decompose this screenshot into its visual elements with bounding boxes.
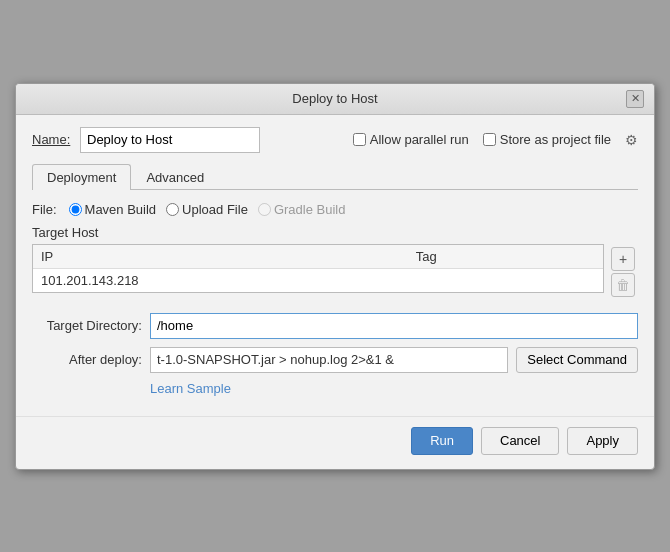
tab-advanced[interactable]: Advanced: [131, 164, 219, 190]
cancel-button[interactable]: Cancel: [481, 427, 559, 455]
upload-file-label: Upload File: [182, 202, 248, 217]
dialog-content: Name: Allow parallel run Store as projec…: [16, 115, 654, 408]
after-deploy-row: After deploy: Select Command: [32, 347, 638, 373]
store-project-checkbox-item[interactable]: Store as project file: [483, 132, 611, 147]
table-inner: IP Tag 101.201.143.218: [33, 245, 603, 292]
name-label: Name:: [32, 132, 72, 147]
allow-parallel-run-checkbox[interactable]: [353, 133, 366, 146]
checkbox-group: Allow parallel run Store as project file…: [353, 132, 638, 148]
learn-sample-link[interactable]: Learn Sample: [150, 381, 638, 396]
upload-file-radio[interactable]: [166, 203, 179, 216]
maven-build-option[interactable]: Maven Build: [69, 202, 157, 217]
after-deploy-label: After deploy:: [32, 352, 142, 367]
table-header: IP Tag: [33, 245, 603, 269]
deploy-to-host-dialog: Deploy to Host ✕ Name: Allow parallel ru…: [15, 83, 655, 470]
name-row: Name: Allow parallel run Store as projec…: [32, 127, 638, 153]
run-button[interactable]: Run: [411, 427, 473, 455]
gradle-build-option[interactable]: Gradle Build: [258, 202, 346, 217]
target-directory-row: Target Directory:: [32, 313, 638, 339]
dialog-title: Deploy to Host: [44, 91, 626, 106]
store-project-label: Store as project file: [500, 132, 611, 147]
gradle-build-label: Gradle Build: [274, 202, 346, 217]
target-directory-input[interactable]: [150, 313, 638, 339]
tab-deployment[interactable]: Deployment: [32, 164, 131, 190]
tabs: Deployment Advanced: [32, 163, 638, 190]
ip-cell: 101.201.143.218: [41, 273, 410, 288]
tag-cell: [410, 273, 595, 288]
add-host-button[interactable]: +: [611, 247, 635, 271]
target-host-table: IP Tag 101.201.143.218: [32, 244, 604, 293]
target-directory-label: Target Directory:: [32, 318, 142, 333]
file-row: File: Maven Build Upload File Gradle Bui…: [32, 202, 638, 217]
maven-build-label: Maven Build: [85, 202, 157, 217]
dialog-footer: Run Cancel Apply: [16, 416, 654, 469]
name-input[interactable]: [80, 127, 260, 153]
select-command-button[interactable]: Select Command: [516, 347, 638, 373]
maven-build-radio[interactable]: [69, 203, 82, 216]
after-deploy-input[interactable]: [150, 347, 508, 373]
col-header-ip: IP: [33, 245, 408, 268]
gear-icon[interactable]: ⚙: [625, 132, 638, 148]
target-host-area: IP Tag 101.201.143.218 + 🗑: [32, 244, 638, 303]
allow-parallel-run-label: Allow parallel run: [370, 132, 469, 147]
title-bar: Deploy to Host ✕: [16, 84, 654, 115]
store-project-checkbox[interactable]: [483, 133, 496, 146]
remove-host-button[interactable]: 🗑: [611, 273, 635, 297]
table-row[interactable]: 101.201.143.218: [33, 269, 603, 292]
col-header-tag: Tag: [408, 245, 603, 268]
table-action-buttons: + 🗑: [608, 244, 638, 303]
file-label: File:: [32, 202, 57, 217]
apply-button[interactable]: Apply: [567, 427, 638, 455]
allow-parallel-run-checkbox-item[interactable]: Allow parallel run: [353, 132, 469, 147]
close-button[interactable]: ✕: [626, 90, 644, 108]
gradle-build-radio[interactable]: [258, 203, 271, 216]
target-host-label: Target Host: [32, 225, 638, 240]
upload-file-option[interactable]: Upload File: [166, 202, 248, 217]
